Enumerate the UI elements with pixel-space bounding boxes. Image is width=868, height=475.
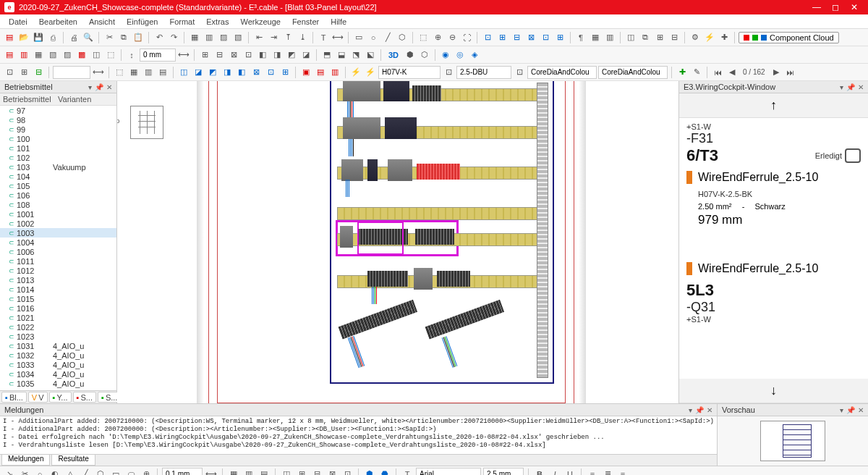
- t2-r-icon[interactable]: ⬒: [320, 49, 333, 62]
- dim2-input[interactable]: [53, 66, 90, 79]
- list-item[interactable]: ⊂1011: [0, 256, 116, 266]
- menu-werkzeuge[interactable]: Werkzeuge: [234, 16, 286, 28]
- t3-k-icon[interactable]: ◨: [221, 66, 234, 79]
- panel-dropdown-icon[interactable]: ▾: [88, 83, 92, 91]
- list-item[interactable]: ⊂1001: [0, 209, 116, 219]
- bm-tab-1[interactable]: VV: [28, 392, 48, 403]
- rect-icon[interactable]: ▭: [352, 31, 365, 44]
- zoom-fit-icon[interactable]: ⛶: [460, 31, 473, 44]
- bb-h-icon[interactable]: ▭: [109, 468, 122, 476]
- menu-einfuegen[interactable]: Einfügen: [121, 16, 163, 28]
- page-next-icon[interactable]: ▶: [770, 66, 783, 79]
- t2-b-icon[interactable]: ▥: [17, 49, 30, 62]
- component-cloud-button[interactable]: Component Cloud: [739, 32, 839, 43]
- dim1-input[interactable]: [140, 49, 176, 62]
- t2-i-icon[interactable]: ↕: [125, 49, 138, 62]
- t2-t-icon[interactable]: ⬔: [349, 49, 362, 62]
- paste-icon[interactable]: 📋: [132, 31, 145, 44]
- t3-l-icon[interactable]: ◧: [235, 66, 248, 79]
- t3-s-icon[interactable]: ⚡: [349, 66, 362, 79]
- t2-g-icon[interactable]: ◫: [90, 49, 103, 62]
- t3-m-icon[interactable]: ⊠: [250, 66, 263, 79]
- open-icon[interactable]: 📂: [17, 31, 30, 44]
- save-all-icon[interactable]: ⎙: [46, 31, 59, 44]
- tool-b-icon[interactable]: ▥: [203, 31, 216, 44]
- conn-b-icon[interactable]: ⊞: [495, 31, 509, 44]
- maximize-button[interactable]: ◻: [826, 2, 845, 12]
- save-icon[interactable]: 💾: [32, 31, 45, 44]
- bb-font-select[interactable]: [416, 468, 481, 476]
- t3-b-icon[interactable]: ⊞: [17, 66, 30, 79]
- text-icon[interactable]: T: [317, 31, 330, 44]
- t2-w-icon[interactable]: ⬡: [418, 49, 431, 62]
- bm-tab-3[interactable]: ▪S...: [73, 392, 96, 403]
- para-icon[interactable]: ¶: [574, 31, 587, 44]
- menu-format[interactable]: Format: [163, 16, 200, 28]
- pv-close-icon[interactable]: ✕: [858, 406, 864, 414]
- t3-c-icon[interactable]: ⊟: [32, 66, 45, 79]
- zoom-out-icon[interactable]: ⊖: [446, 31, 459, 44]
- t3-j-icon[interactable]: ◩: [206, 66, 219, 79]
- t2-v-icon[interactable]: ⬢: [404, 49, 417, 62]
- t3-dim-icon[interactable]: ⟷: [92, 66, 105, 79]
- t3-f-icon[interactable]: ▥: [142, 66, 155, 79]
- tab-meldungen[interactable]: Meldungen: [1, 455, 50, 466]
- bb-t-icon[interactable]: ⬣: [378, 468, 391, 476]
- betriebsmittel-list[interactable]: ⊂97⊂98⊂99⊂100⊂101⊂102⊂103Vakuump⊂104⊂105…: [0, 106, 116, 390]
- t2-o-icon[interactable]: ◨: [271, 49, 284, 62]
- bb-dim-input[interactable]: [162, 468, 203, 476]
- list-item[interactable]: ⊂1002: [0, 219, 116, 228]
- menu-hilfe[interactable]: Hilfe: [325, 16, 352, 28]
- wc-pin-icon[interactable]: 📌: [846, 83, 855, 91]
- bb-i-icon[interactable]: ⬭: [124, 468, 137, 476]
- t2-a-icon[interactable]: ▤: [3, 49, 16, 62]
- t3-e-icon[interactable]: ▦: [127, 66, 140, 79]
- bb-o-icon[interactable]: ⊞: [295, 468, 308, 476]
- bb-fontsize-input[interactable]: [483, 468, 524, 476]
- wire-type-select[interactable]: [378, 66, 441, 79]
- t3-p-icon[interactable]: ▣: [299, 66, 312, 79]
- msg-close-icon[interactable]: ✕: [707, 406, 712, 414]
- list-item[interactable]: ⊂10334_AIO_u: [0, 360, 116, 369]
- bb-g-icon[interactable]: ⬡: [94, 468, 107, 476]
- align-c-icon[interactable]: ≣: [601, 468, 614, 476]
- list-item[interactable]: ⊂1013: [0, 275, 116, 285]
- t2-e-icon[interactable]: ▨: [61, 49, 74, 62]
- bb-l-icon[interactable]: ▥: [242, 468, 255, 476]
- cut-icon[interactable]: ✂: [103, 31, 116, 44]
- t3-r-icon[interactable]: ▥: [328, 66, 341, 79]
- t3-g-icon[interactable]: ▤: [156, 66, 169, 79]
- zoom-region-icon[interactable]: ⬚: [417, 31, 430, 44]
- bb-e-icon[interactable]: △: [64, 468, 77, 476]
- align-l-icon[interactable]: ≡: [586, 468, 599, 476]
- preview-icon[interactable]: 🔍: [82, 31, 95, 44]
- win-d-icon[interactable]: ⊟: [668, 31, 681, 44]
- list-item[interactable]: ⊂97: [0, 106, 116, 115]
- bb-dim-icon[interactable]: ⟷: [205, 468, 218, 476]
- redo-icon[interactable]: ↷: [167, 31, 180, 44]
- bb-s-icon[interactable]: ⬢: [363, 468, 376, 476]
- copy-icon[interactable]: ⧉: [117, 31, 130, 44]
- t3-t-icon[interactable]: ⚡: [364, 66, 377, 79]
- tool-c-icon[interactable]: ▨: [217, 31, 230, 44]
- t2-h-icon[interactable]: ⬚: [104, 49, 117, 62]
- wc-close-icon[interactable]: ✕: [858, 83, 864, 91]
- list-item[interactable]: ⊂1021: [0, 313, 116, 322]
- msg-dropdown-icon[interactable]: ▾: [689, 406, 692, 414]
- page-first-icon[interactable]: ⏮: [711, 66, 724, 79]
- misc-a-icon[interactable]: ⚙: [689, 31, 702, 44]
- zoom-in-icon[interactable]: ⊕: [431, 31, 444, 44]
- t2-3d-button[interactable]: 3D: [385, 49, 402, 62]
- align-r-icon[interactable]: ≡: [616, 468, 629, 476]
- t3-o-icon[interactable]: ⊞: [278, 66, 292, 79]
- list-item[interactable]: ⊂1014: [0, 285, 116, 294]
- t2-dim-icon[interactable]: ⟷: [177, 49, 190, 62]
- menu-extras[interactable]: Extras: [200, 16, 234, 28]
- t3-v-icon[interactable]: ⊡: [513, 66, 526, 79]
- bb-text-icon[interactable]: T: [401, 468, 414, 476]
- panel-pin-icon[interactable]: 📌: [95, 83, 103, 91]
- wc-nav-up[interactable]: ↑: [679, 93, 868, 118]
- bb-a-icon[interactable]: ↘: [3, 468, 16, 476]
- t2-z-icon[interactable]: ◈: [468, 49, 481, 62]
- list-item[interactable]: ⊂108: [0, 200, 116, 209]
